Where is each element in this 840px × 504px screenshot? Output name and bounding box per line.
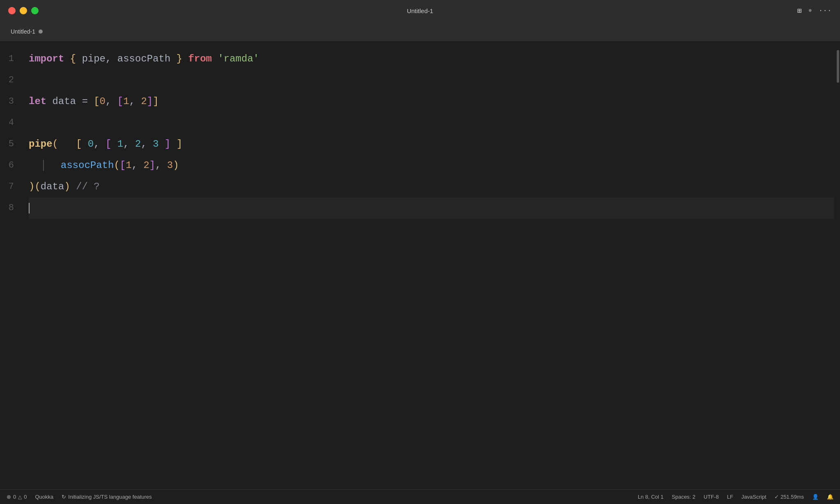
- status-errors[interactable]: ⊗ 0 △ 0: [7, 494, 27, 500]
- code-line-7: ) ( data ) // ?: [29, 176, 834, 198]
- scrollbar-thumb[interactable]: [837, 50, 839, 83]
- tab-label: Untitled-1: [11, 28, 35, 35]
- title-bar-actions: ⊞ ● ···: [797, 6, 832, 15]
- title-bar: Untitled-1 ⊞ ● ···: [0, 0, 840, 21]
- window-title: Untitled-1: [407, 7, 433, 14]
- status-quokka[interactable]: Quokka: [35, 494, 53, 500]
- status-language-init[interactable]: ↻ Initializing JS/TS language features: [62, 494, 152, 500]
- status-language[interactable]: JavaScript: [742, 494, 767, 500]
- user-icon: 👤: [812, 494, 819, 500]
- line-number-1: 1: [0, 48, 21, 70]
- status-cursor[interactable]: Ln 8, Col 1: [638, 494, 664, 500]
- editor-container: 1 2 3 4 5 6 7 8 import { pipe, assocPath…: [0, 42, 840, 489]
- code-line-2: [29, 70, 834, 91]
- cursor-position: Ln 8, Col 1: [638, 494, 664, 500]
- tab-dot: [39, 30, 43, 34]
- bell-icon: 🔔: [827, 494, 833, 500]
- line-number-7: 7: [0, 176, 21, 198]
- keyword-from: from: [188, 54, 212, 64]
- code-line-5: pipe ( [ 0 , [ 1 , 2 , 3 ]: [29, 134, 834, 155]
- encoding-label: UTF-8: [704, 494, 719, 500]
- spaces-label: Spaces: 2: [672, 494, 696, 500]
- line-number-6: 6: [0, 155, 21, 176]
- line-number-8: 8: [0, 198, 21, 219]
- status-bar: ⊗ 0 △ 0 Quokka ↻ Initializing JS/TS lang…: [0, 489, 840, 504]
- line-number-4: 4: [0, 112, 21, 134]
- code-line-3: let data = [ 0 , [ 1 , 2 ] ]: [29, 91, 834, 112]
- line-ending-label: LF: [727, 494, 733, 500]
- code-line-6: │ assocPath ( [ 1 , 2 ] , 3 ): [29, 155, 834, 176]
- close-button[interactable]: [8, 7, 16, 14]
- keyword-import: import: [29, 54, 64, 64]
- minimize-button[interactable]: [20, 7, 27, 14]
- status-encoding[interactable]: UTF-8: [704, 494, 719, 500]
- warning-count: 0: [24, 494, 27, 500]
- tab-untitled1[interactable]: Untitled-1: [4, 25, 49, 38]
- code-line-8[interactable]: [29, 198, 834, 219]
- line-number-5: 5: [0, 134, 21, 155]
- quokka-label: Quokka: [35, 494, 53, 500]
- tab-bar: Untitled-1: [0, 21, 840, 42]
- split-editor-icon[interactable]: ⊞: [797, 6, 802, 15]
- more-options-icon[interactable]: ···: [819, 7, 832, 14]
- string-ramda: 'ramda': [218, 54, 259, 64]
- traffic-lights: [8, 7, 39, 14]
- language-status-text: Initializing JS/TS language features: [68, 494, 152, 500]
- scrollbar-track[interactable]: [834, 42, 840, 489]
- status-line-ending[interactable]: LF: [727, 494, 733, 500]
- editor-main[interactable]: 1 2 3 4 5 6 7 8 import { pipe, assocPath…: [0, 42, 834, 489]
- refresh-icon: ↻: [62, 494, 66, 500]
- line-number-3: 3: [0, 91, 21, 112]
- language-label: JavaScript: [742, 494, 767, 500]
- status-notifications[interactable]: 👤: [812, 494, 819, 500]
- line-numbers: 1 2 3 4 5 6 7 8: [0, 48, 29, 489]
- code-area[interactable]: 1 2 3 4 5 6 7 8 import { pipe, assocPath…: [0, 42, 834, 489]
- code-line-4: [29, 112, 834, 134]
- error-count: 0: [13, 494, 16, 500]
- code-lines[interactable]: import { pipe, assocPath } from 'ramda': [29, 48, 834, 489]
- warning-icon: △: [18, 494, 22, 500]
- status-performance[interactable]: ✓ 251.59ms: [774, 494, 804, 500]
- status-bell[interactable]: 🔔: [827, 494, 833, 500]
- circle-icon: ●: [808, 7, 813, 14]
- maximize-button[interactable]: [31, 7, 39, 14]
- performance-label: ✓ 251.59ms: [774, 494, 804, 500]
- code-line-1: import { pipe, assocPath } from 'ramda': [29, 48, 834, 70]
- error-icon: ⊗: [7, 494, 11, 500]
- line-number-2: 2: [0, 70, 21, 91]
- status-spaces[interactable]: Spaces: 2: [672, 494, 696, 500]
